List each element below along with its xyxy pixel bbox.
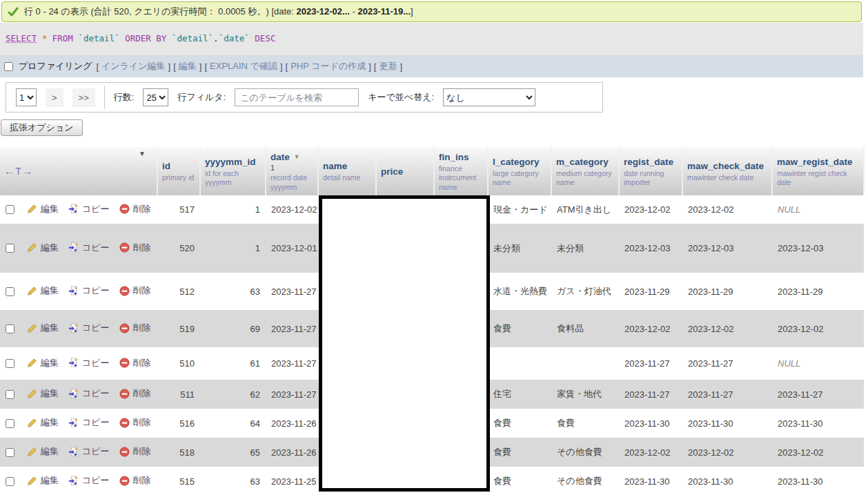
page-select[interactable]: 1 [16,88,37,106]
row-select-cell [0,273,19,310]
column-sort-link[interactable]: m_category [556,157,609,167]
edit-row-link[interactable]: 編集 [27,242,59,254]
column-sort-link[interactable]: price [381,166,403,177]
cell-l_category: 水道・光熱費 [488,273,551,310]
column-sort-link[interactable]: name [323,161,347,171]
cell-yyyymm_id: 65 [200,438,266,467]
copy-row-link[interactable]: コピー [68,242,110,254]
column-options-chevron-icon[interactable]: ▼ [139,150,146,157]
rows-count-select[interactable]: 25 [143,88,168,106]
sql-query: SELECT * FROM `detail` ORDER BY `detail`… [0,23,863,55]
cell-m_category: ATM引き出し [551,195,619,224]
edit-row-link-label: 編集 [41,203,59,215]
query-link[interactable]: 編集 [179,60,197,72]
copy-row-link[interactable]: コピー [68,284,110,297]
copy-row-link[interactable]: コピー [68,474,110,487]
cell-date: 2023-11-27 [266,347,318,380]
cell-l_category [488,347,551,380]
delete-row-link[interactable]: 削除 [119,357,151,369]
edit-row-link[interactable]: 編集 [27,357,59,369]
cell-id: 516 [157,409,200,438]
row-select-cell [0,380,19,409]
cell-date: 2023-12-02 [266,195,318,224]
row-checkbox[interactable] [6,390,14,399]
delete-row-link[interactable]: 削除 [119,284,151,297]
copy-row-link[interactable]: コピー [68,387,110,400]
cell-regist_date: 2023-11-27 [619,347,682,380]
column-sort-link[interactable]: l_category [493,157,540,167]
column-sort-link[interactable]: date [270,152,290,162]
edit-row-link[interactable]: 編集 [27,474,59,487]
delete-row-link[interactable]: 削除 [119,474,151,487]
row-checkbox[interactable] [6,477,14,486]
query-link[interactable]: 更新 [379,60,397,72]
cell-regist_date: 2023-11-29 [619,273,682,310]
column-sort-link[interactable]: maw_regist_date [777,157,853,167]
row-filter-input[interactable] [235,88,359,106]
edit-row-link[interactable]: 編集 [27,445,59,458]
cell-date: 2023-11-25 [266,467,318,495]
row-checkbox[interactable] [6,205,14,214]
delete-row-link[interactable]: 削除 [119,387,151,400]
cell-maw_regist_date: 2023-11-27 [772,380,864,409]
copy-row-link-label: コピー [82,474,110,487]
sql-token-plain [47,33,52,43]
row-checkbox[interactable] [6,324,14,333]
query-link[interactable]: PHP コードの作成 [290,60,366,72]
copy-row-link[interactable]: コピー [68,203,110,215]
copy-row-link[interactable]: コピー [68,322,110,334]
edit-row-link-label: 編集 [41,284,59,297]
column-comment: id for each yyyymm [205,169,261,187]
copy-icon [68,242,79,253]
cell-regist_date: 2023-12-03 [619,224,682,273]
copy-row-link[interactable]: コピー [68,445,110,458]
edit-row-link[interactable]: 編集 [27,284,59,297]
edit-row-link[interactable]: 編集 [27,416,59,429]
next-page-button[interactable]: > [46,88,63,107]
sql-token-keyword-link[interactable]: SELECT [6,33,37,43]
row-filter-label: 行フィルタ: [177,91,226,104]
sql-token-keyword: DESC [255,33,275,43]
sql-token-keyword: FROM [52,33,73,43]
profiling-checkbox[interactable] [4,62,13,71]
copy-row-link[interactable]: コピー [68,357,110,369]
column-sort-link[interactable]: fin_ins [439,152,469,162]
cell-id: 510 [157,347,200,380]
column-sort-link[interactable]: maw_check_date [687,161,764,171]
edit-row-link[interactable]: 編集 [27,203,59,215]
cell-id: 517 [157,195,200,224]
query-link[interactable]: EXPLAIN で確認 [210,60,277,72]
pencil-icon [27,476,37,486]
delete-row-link[interactable]: 削除 [119,445,151,458]
query-link[interactable]: インライン編集 [101,60,166,72]
row-checkbox[interactable] [6,287,14,296]
delete-row-link[interactable]: 削除 [119,322,151,334]
column-sort-link[interactable]: regist_date [624,157,673,167]
row-actions-header: ▼ ←T→ [0,147,157,195]
copy-row-link[interactable]: コピー [68,416,110,429]
row-checkbox[interactable] [6,419,14,428]
delete-row-link-label: 削除 [133,203,151,215]
row-actions-cell: 編集コピー削除 [19,409,157,438]
delete-row-link[interactable]: 削除 [119,203,151,215]
edit-row-link[interactable]: 編集 [27,387,59,400]
column-header-fin_ins: fin_insfinance instrcument name [434,147,488,195]
sql-token-ident: `detail` [172,33,213,43]
column-sort-link[interactable]: id [162,161,170,171]
sort-by-key-select[interactable]: なし [443,88,535,106]
row-checkbox[interactable] [6,448,14,457]
last-page-button[interactable]: >> [72,88,95,107]
column-comment: detail name [323,173,371,182]
copy-row-link-label: コピー [82,387,110,400]
row-checkbox[interactable] [6,359,14,368]
row-checkbox[interactable] [6,244,14,253]
delete-row-link[interactable]: 削除 [119,416,151,429]
extra-options-button[interactable]: 拡張オプション [1,119,83,136]
edit-row-link[interactable]: 編集 [27,322,59,334]
table-nav-marker[interactable]: ←T→ [4,165,33,177]
row-select-cell [0,467,19,495]
cell-maw_check_date: 2023-11-30 [682,467,772,495]
sort-desc-icon: ▼ [294,153,300,160]
column-sort-link[interactable]: yyyymm_id [205,157,256,167]
delete-row-link[interactable]: 削除 [119,242,151,254]
